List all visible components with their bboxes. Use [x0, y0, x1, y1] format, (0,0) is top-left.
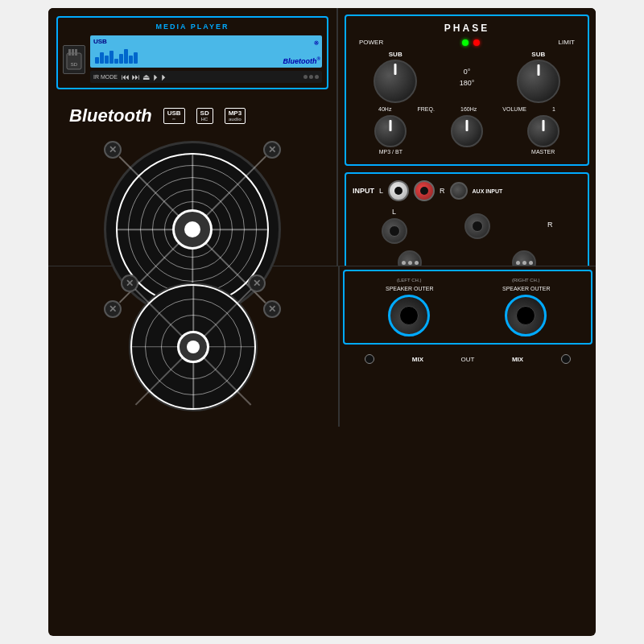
media-player-title: MEDIA PLAYER [63, 23, 322, 31]
volume-knob-group: MASTER [527, 115, 559, 155]
fan-center-hub [172, 209, 213, 250]
sub-knob-left[interactable] [374, 60, 417, 103]
sub-knob-right[interactable] [517, 60, 560, 103]
rca-jack-l-white[interactable] [388, 180, 409, 201]
dot-3 [315, 75, 319, 79]
prev-button[interactable]: ⏮ [122, 72, 130, 81]
inv-speaker-inner-r [516, 306, 535, 325]
right-panel: PHASE POWER LIMIT SUB [338, 8, 596, 266]
bar-8 [129, 56, 133, 64]
bluetooth-symbol-icon: ⎈ [314, 38, 319, 47]
volume-mark [542, 120, 544, 131]
bar-7 [124, 49, 128, 64]
bar-4 [109, 51, 114, 64]
media-player-inner: SD USB ⎈ [63, 35, 322, 83]
bar-3 [105, 56, 109, 64]
next-button[interactable]: ⏭ [132, 72, 140, 81]
160hz-label: 160Hz [460, 106, 477, 112]
mp3-sub: audio [229, 117, 242, 122]
inv-speaker-label-r: SPEAKER OUTER [502, 286, 551, 291]
top-section: MEDIA PLAYER SD [48, 8, 596, 266]
quarter-inner-r [472, 221, 483, 232]
inv-mix-label-l: MIX [412, 356, 423, 363]
r-label-q: R [547, 221, 553, 229]
mp3bt-knob[interactable] [374, 115, 407, 147]
volume-knob[interactable] [527, 115, 559, 147]
freq-labels-row: 40Hz FREQ. 160Hz VOLUME 1 [353, 106, 581, 112]
inv-mix-label-r: MIX [512, 356, 523, 363]
rca-inner-l-white [394, 187, 402, 195]
leds-group [462, 39, 480, 46]
phase-knobs-row: SUB 0° 180° SUB [353, 51, 581, 103]
xlr-inner-l [402, 261, 419, 265]
freq-mark [465, 120, 468, 131]
sub-knob-right-group: SUB [517, 51, 560, 103]
inverted-speaker-section: SPEAKER OUTER (LEFT CH.) SPEAKER OUTER (… [343, 270, 592, 345]
inv-out-label: OUT [461, 356, 475, 363]
quarter-inner-l [389, 225, 400, 237]
indicator-dots [171, 75, 319, 79]
svg-text:SD: SD [71, 62, 78, 67]
knob-mark-left [394, 64, 397, 75]
freq-knob[interactable] [451, 115, 483, 147]
usb-text: USB [167, 110, 181, 117]
inv-mix-circle-r [561, 354, 571, 364]
sd-card-icon: SD [63, 45, 85, 74]
aux-jack[interactable] [450, 182, 468, 200]
inv-mix-row: MIX OUT MIX [340, 348, 596, 370]
sd-sub: HC [200, 117, 209, 122]
power-label: POWER [359, 39, 383, 46]
media-player-box: MEDIA PLAYER SD [56, 16, 328, 89]
sub-label-right: SUB [531, 51, 545, 58]
controls-row: IR MODE ⏮ ⏭ ⏏ ⏵⏵ [90, 71, 322, 83]
aux-labels: AUX INPUT [473, 188, 503, 194]
knobs-row-2: MP3 / BT MASTER [353, 115, 581, 155]
r-jack-group [464, 213, 490, 239]
mp3-icon: MP3 audio [225, 108, 246, 124]
quarter-jack-r[interactable] [464, 213, 490, 239]
r-label-rca: R [440, 187, 445, 195]
sub-label-left: SUB [389, 51, 402, 58]
rca-row: INPUT L R AUX INPUT [353, 180, 581, 201]
rca-jack-l-red[interactable] [414, 180, 435, 201]
limit-label: LIMIT [559, 39, 575, 46]
lcd-screen: USB ⎈ [90, 35, 322, 68]
freq-label: FREQ. [418, 106, 435, 112]
media-controls-area: USB ⎈ [90, 35, 322, 83]
zero-label: 0° [464, 68, 471, 76]
ir-mode-label: IR MODE [93, 74, 118, 80]
inv-speaker-label-l: SPEAKER OUTER [386, 286, 434, 291]
mp3bt-knob-group: MP3 / BT [374, 115, 407, 155]
phase-180-label: 180° [460, 79, 475, 87]
40hz-label: 40Hz [378, 106, 391, 112]
bar-5 [114, 59, 118, 64]
svg-rect-1 [68, 49, 71, 56]
xlr-pin-l3 [415, 261, 419, 265]
quarter-jack-l[interactable] [382, 218, 407, 244]
dot-2 [309, 75, 313, 79]
mp3bt-label: MP3 / BT [379, 149, 402, 155]
play-button[interactable]: ⏵⏵ [152, 72, 168, 81]
bottom-fan [129, 283, 258, 411]
inv-speaker-connector-l[interactable] [388, 295, 430, 336]
phase-center: 0° 180° [460, 68, 475, 87]
quarter-jacks-row: L R [353, 208, 581, 244]
inv-speaker-ch-l: (LEFT CH.) [397, 278, 422, 283]
1-label-r: 1 [552, 106, 555, 112]
inverted-speaker-row: SPEAKER OUTER (LEFT CH.) SPEAKER OUTER (… [351, 278, 584, 336]
inv-speaker-connector-r[interactable] [505, 295, 547, 336]
usb-icon: USB ⎓ [163, 108, 185, 124]
power-led [462, 39, 469, 46]
sub-knob-left-group: SUB [374, 51, 417, 103]
lcd-bars [95, 47, 138, 64]
limit-led [473, 39, 480, 46]
xlr-pin-r1 [516, 261, 520, 265]
inv-mix-circle-l [365, 354, 374, 364]
xlr-inner-r [516, 261, 533, 265]
usb-sub: ⎓ [167, 117, 181, 122]
audio-device: MEDIA PLAYER SD [48, 8, 596, 636]
usb-label: USB [93, 38, 107, 45]
mp3-text: MP3 [229, 110, 242, 117]
repeat-button[interactable]: ⏏ [142, 72, 150, 81]
phase-title: PHASE [353, 23, 581, 34]
